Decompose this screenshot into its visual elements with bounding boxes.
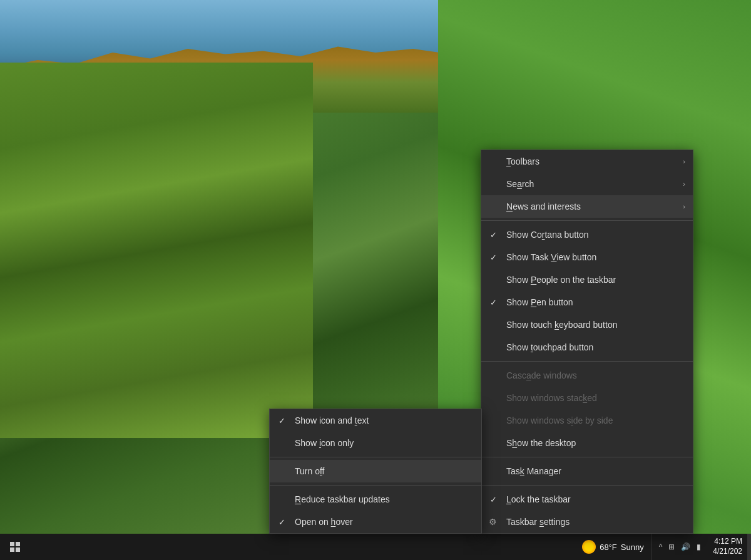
menu-item-taskbar-settings-label: Taskbar settings — [506, 517, 683, 527]
separator-4 — [481, 485, 693, 486]
arrow-icon: › — [683, 158, 685, 165]
separator-3 — [481, 457, 693, 457]
sub-menu-item-reduce-updates-label: Reduce taskbar updates — [295, 494, 471, 504]
svg-rect-2 — [10, 547, 14, 552]
fields-layer — [0, 63, 313, 438]
taskbar: 68°F Sunny ^ ⊞ 🔊 ▮ 4:12 PM 4/21/202 — [0, 534, 751, 560]
menu-item-task-manager-label: Task Manager — [506, 466, 683, 476]
menu-item-search[interactable]: Search › — [481, 173, 693, 195]
network-icon[interactable]: ⊞ — [667, 541, 677, 552]
checkmark-icon: ✓ — [490, 298, 497, 307]
menu-item-touchpad-label: Show touchpad button — [506, 342, 683, 352]
sub-menu-item-show-icon-only[interactable]: Show icon only — [270, 432, 481, 454]
arrow-icon: › — [683, 203, 685, 210]
menu-item-stacked: Show windows stacked — [481, 387, 693, 409]
sub-menu-item-reduce-updates[interactable]: Reduce taskbar updates — [270, 488, 481, 511]
checkmark-icon: ✓ — [278, 416, 285, 425]
weather-sun-icon — [582, 540, 596, 554]
menu-item-sidebyside-label: Show windows side by side — [506, 415, 683, 425]
menu-item-search-label: Search — [506, 179, 683, 189]
menu-item-taskbar-settings[interactable]: ⚙ Taskbar settings — [481, 511, 693, 533]
menu-item-cortana-label: Show Cortana button — [506, 230, 683, 240]
menu-item-task-manager[interactable]: Task Manager — [481, 460, 693, 482]
taskbar-context-menu: Toolbars › Search › News and interests ›… — [481, 150, 693, 534]
menu-item-stacked-label: Show windows stacked — [506, 393, 683, 403]
menu-item-pen[interactable]: ✓ Show Pen button — [481, 291, 693, 313]
weather-widget[interactable]: 68°F Sunny — [575, 534, 651, 560]
checkmark-icon: ✓ — [490, 253, 497, 262]
svg-rect-3 — [16, 547, 20, 552]
taskbar-left — [0, 537, 575, 557]
menu-item-touchpad[interactable]: Show touchpad button — [481, 336, 693, 359]
sub-menu-item-show-icon-only-label: Show icon only — [295, 438, 471, 448]
windows-logo-icon — [10, 542, 20, 552]
clock-time: 4:12 PM — [714, 537, 742, 547]
menu-item-touch-keyboard[interactable]: Show touch keyboard button — [481, 313, 693, 336]
clock[interactable]: 4:12 PM 4/21/202 — [708, 537, 747, 556]
menu-item-people-label: Show People on the taskbar — [506, 275, 683, 285]
checkmark-icon: ✓ — [490, 230, 497, 240]
volume-icon[interactable]: 🔊 — [679, 541, 692, 552]
menu-item-lock-taskbar[interactable]: ✓ Lock the taskbar — [481, 488, 693, 511]
svg-rect-0 — [10, 542, 14, 546]
sub-menu-item-turn-off[interactable]: Turn off — [270, 460, 481, 482]
news-interests-submenu: ✓ Show icon and text Show icon only Turn… — [269, 409, 482, 534]
battery-icon[interactable]: ▮ — [695, 541, 703, 552]
start-button[interactable] — [5, 537, 25, 557]
sub-menu-item-show-icon-text-label: Show icon and text — [295, 415, 471, 425]
menu-item-news[interactable]: News and interests › — [481, 195, 693, 218]
system-tray: ^ ⊞ 🔊 ▮ — [651, 534, 708, 560]
menu-item-cortana[interactable]: ✓ Show Cortana button — [481, 223, 693, 246]
sub-menu-item-open-hover-label: Open on hover — [295, 517, 471, 527]
menu-item-news-label: News and interests — [506, 201, 683, 211]
gear-icon: ⚙ — [489, 517, 497, 527]
svg-rect-1 — [16, 542, 20, 546]
checkmark-icon: ✓ — [278, 517, 285, 527]
show-desktop-button[interactable] — [747, 534, 751, 560]
clock-date: 4/21/202 — [713, 547, 742, 557]
menu-item-show-desktop-label: Show the desktop — [506, 438, 683, 448]
sub-menu-item-open-hover[interactable]: ✓ Open on hover — [270, 511, 481, 533]
weather-desc: Sunny — [621, 542, 644, 552]
menu-item-taskview[interactable]: ✓ Show Task View button — [481, 246, 693, 268]
menu-item-cascade-label: Cascade windows — [506, 370, 683, 380]
menu-item-toolbars[interactable]: Toolbars › — [481, 150, 693, 173]
menu-item-touch-keyboard-label: Show touch keyboard button — [506, 320, 683, 330]
menu-item-taskview-label: Show Task View button — [506, 252, 683, 262]
sub-separator-2 — [270, 485, 481, 486]
menu-item-toolbars-label: Toolbars — [506, 156, 683, 166]
sub-menu-item-turn-off-label: Turn off — [295, 466, 471, 476]
sub-menu-item-show-icon-text[interactable]: ✓ Show icon and text — [270, 409, 481, 432]
menu-item-show-desktop[interactable]: Show the desktop — [481, 432, 693, 454]
checkmark-icon: ✓ — [490, 495, 497, 504]
separator-2 — [481, 361, 693, 362]
menu-item-lock-taskbar-label: Lock the taskbar — [506, 494, 683, 504]
menu-item-sidebyside: Show windows side by side — [481, 409, 693, 432]
weather-temp: 68°F — [600, 542, 617, 552]
arrow-icon: › — [683, 180, 685, 188]
menu-item-people[interactable]: Show People on the taskbar — [481, 268, 693, 291]
menu-item-cascade: Cascade windows — [481, 364, 693, 387]
separator-1 — [481, 220, 693, 221]
sub-separator-1 — [270, 457, 481, 457]
chevron-icon[interactable]: ^ — [657, 541, 665, 552]
menu-item-pen-label: Show Pen button — [506, 297, 683, 307]
